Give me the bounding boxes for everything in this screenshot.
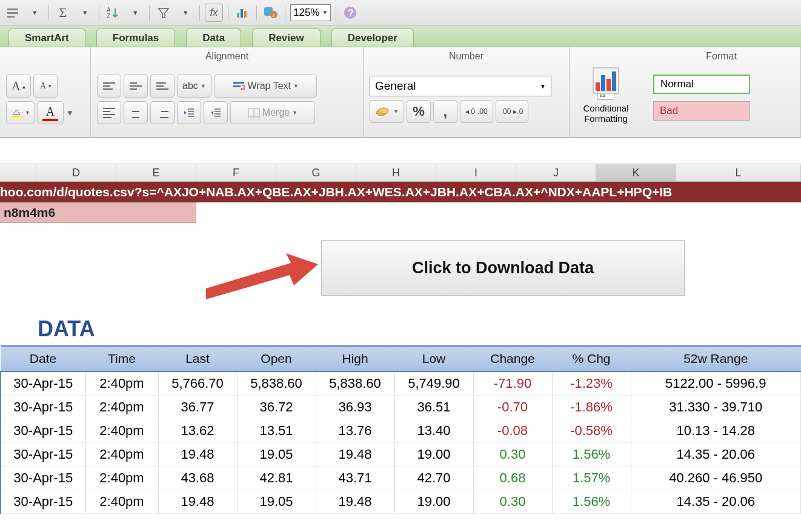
wrap-text-button[interactable]: Wrap Text▼ — [214, 75, 317, 98]
table-cell[interactable]: 2:40pm — [85, 443, 158, 467]
decrease-decimal-button[interactable]: .00▸.0 — [496, 100, 529, 123]
table-cell[interactable]: 19.00 — [394, 443, 473, 467]
table-cell[interactable]: 1.56% — [552, 443, 631, 467]
table-cell[interactable]: 19.48 — [158, 490, 237, 514]
tags-cell[interactable]: n8m4m6 — [0, 202, 196, 223]
table-cell[interactable]: -1.86% — [552, 396, 631, 419]
table-cell[interactable]: 31.330 - 39.710 — [631, 396, 801, 419]
table-row[interactable]: 30-Apr-152:40pm13.6213.5113.7613.40-0.08… — [1, 419, 801, 443]
table-cell[interactable]: 2:40pm — [85, 467, 158, 490]
comma-button[interactable]: , — [433, 100, 457, 123]
col-52w-range[interactable]: 52w Range — [631, 346, 801, 371]
table-cell[interactable]: 36.93 — [316, 396, 394, 419]
dropdown-arrow-icon[interactable]: ▾ — [76, 4, 94, 22]
table-cell[interactable]: 43.68 — [158, 467, 237, 490]
table-row[interactable]: 30-Apr-152:40pm19.4819.0519.4819.000.301… — [1, 443, 801, 467]
table-cell[interactable]: 5122.00 - 5996.9 — [631, 371, 801, 396]
table-cell[interactable]: 13.62 — [158, 419, 237, 443]
help-icon[interactable]: ? — [341, 4, 359, 22]
percent-button[interactable]: % — [407, 100, 431, 123]
col-open[interactable]: Open — [237, 346, 316, 371]
cell-style-normal[interactable]: Normal — [653, 75, 750, 94]
merge-button[interactable]: Merge▼ — [230, 101, 315, 124]
col-low[interactable]: Low — [394, 346, 473, 371]
table-cell[interactable]: -71.90 — [473, 371, 552, 396]
table-row[interactable]: 30-Apr-152:40pm19.4819.0519.4819.000.301… — [1, 490, 801, 514]
dropdown-arrow-icon[interactable]: ▾ — [176, 4, 194, 22]
dropdown-arrow-icon[interactable]: ▾ — [126, 4, 144, 22]
table-cell[interactable]: 0.68 — [473, 467, 552, 490]
sort-icon[interactable]: AZ — [104, 4, 122, 22]
fill-color-button[interactable]: ▼ — [6, 101, 35, 124]
table-cell[interactable]: 36.72 — [237, 396, 316, 419]
increase-indent-button[interactable] — [204, 101, 228, 124]
media-icon[interactable]: ♪ — [262, 4, 280, 22]
tab-data[interactable]: Data — [186, 28, 241, 47]
chart-icon[interactable] — [233, 4, 251, 22]
align-center-button[interactable] — [124, 101, 148, 124]
table-cell[interactable]: 30-Apr-15 — [1, 419, 85, 443]
table-cell[interactable]: 0.30 — [473, 443, 552, 467]
col-header[interactable]: G — [276, 164, 356, 181]
align-left-button[interactable] — [97, 101, 121, 124]
col-header[interactable]: E — [116, 164, 196, 181]
col-header[interactable]: F — [196, 164, 276, 181]
sigma-icon[interactable]: Σ — [54, 4, 72, 22]
align-top-button[interactable] — [97, 75, 121, 98]
table-row[interactable]: 30-Apr-152:40pm43.6842.8143.7142.700.681… — [1, 467, 801, 490]
col-header[interactable]: I — [436, 164, 516, 181]
align-right-button[interactable] — [150, 101, 174, 124]
table-cell[interactable]: 19.05 — [237, 443, 316, 467]
table-row[interactable]: 30-Apr-152:40pm36.7736.7236.9336.51-0.70… — [1, 396, 801, 419]
table-cell[interactable]: -0.08 — [473, 419, 552, 443]
col-header[interactable]: D — [36, 164, 116, 181]
cell-style-bad[interactable]: Bad — [653, 101, 750, 121]
table-cell[interactable]: 36.77 — [158, 396, 237, 419]
filter-icon[interactable] — [155, 4, 173, 22]
table-cell[interactable]: 10.13 - 14.28 — [631, 419, 801, 443]
col-date[interactable]: Date — [1, 346, 85, 371]
table-cell[interactable]: 2:40pm — [85, 396, 158, 419]
table-cell[interactable]: 14.35 - 20.06 — [631, 443, 801, 467]
table-cell[interactable]: 1.57% — [552, 467, 631, 490]
zoom-input[interactable]: 125% ▼ — [290, 4, 331, 21]
col-header-edge[interactable] — [0, 164, 36, 181]
table-cell[interactable]: -1.23% — [552, 371, 631, 396]
tab-formulas[interactable]: Formulas — [96, 28, 176, 47]
col-high[interactable]: High — [316, 346, 394, 371]
table-cell[interactable]: 40.260 - 46.950 — [631, 467, 801, 490]
tab-review[interactable]: Review — [252, 28, 321, 47]
increase-font-button[interactable]: A▴ — [6, 75, 31, 98]
table-cell[interactable]: 30-Apr-15 — [1, 490, 85, 514]
table-cell[interactable]: 30-Apr-15 — [1, 443, 85, 467]
table-cell[interactable]: 43.71 — [316, 467, 394, 490]
col-change[interactable]: Change — [473, 346, 552, 371]
table-cell[interactable]: 30-Apr-15 — [1, 467, 85, 490]
table-cell[interactable]: 13.40 — [394, 419, 473, 443]
col-time[interactable]: Time — [85, 346, 158, 371]
table-cell[interactable]: 2:40pm — [85, 490, 158, 514]
table-cell[interactable]: 19.05 — [237, 490, 316, 514]
decrease-indent-button[interactable] — [177, 101, 201, 124]
table-cell[interactable]: 30-Apr-15 — [1, 371, 85, 396]
col-last[interactable]: Last — [158, 346, 237, 371]
table-cell[interactable]: 19.00 — [394, 490, 473, 514]
table-cell[interactable]: 5,838.60 — [237, 371, 316, 396]
tab-developer[interactable]: Developer — [331, 28, 414, 47]
align-middle-button[interactable] — [124, 75, 148, 98]
table-cell[interactable]: 5,838.60 — [316, 371, 394, 396]
currency-button[interactable]: ▼ — [370, 100, 404, 123]
increase-decimal-button[interactable]: ◂.0.00 — [460, 100, 493, 123]
table-cell[interactable]: 1.56% — [552, 490, 631, 514]
table-cell[interactable]: 5,766.70 — [158, 371, 237, 396]
table-cell[interactable]: 19.48 — [316, 443, 394, 467]
orientation-button[interactable]: abc▼ — [177, 75, 211, 98]
table-row[interactable]: 30-Apr-152:40pm5,766.705,838.605,838.605… — [1, 371, 801, 396]
col-header[interactable]: L — [676, 164, 801, 181]
table-cell[interactable]: 42.81 — [237, 467, 316, 490]
col-header[interactable]: H — [356, 164, 436, 181]
url-cell[interactable]: hoo.com/d/quotes.csv?s=^AXJO+NAB.AX+QBE.… — [0, 182, 801, 202]
conditional-formatting-button[interactable]: ≤≥ ConditionalFormatting — [576, 64, 636, 126]
toolbar-icon[interactable] — [4, 4, 22, 22]
table-cell[interactable]: 19.48 — [316, 490, 394, 514]
